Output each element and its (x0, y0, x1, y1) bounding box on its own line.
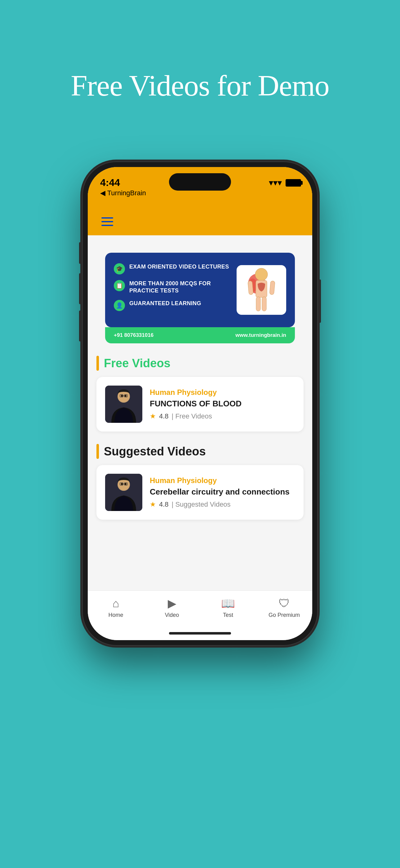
svg-point-4 (255, 268, 268, 281)
suggested-videos-section-header: Suggested Videos (96, 444, 304, 459)
free-video-info: Human Physiology FUNCTIONS OF BLOOD ★ 4.… (150, 388, 295, 420)
back-button[interactable]: ◀ TurningBrain (100, 189, 146, 197)
learning-icon: 👤 (114, 300, 125, 311)
status-bar: 4:44 ◀ TurningBrain ▾▾▾ (88, 167, 312, 204)
nav-item-premium[interactable]: 🛡 Go Premium (256, 597, 312, 618)
free-video-type: | Free Videos (172, 412, 212, 420)
svg-point-21 (121, 483, 123, 485)
test-icon: 📖 (221, 597, 235, 610)
free-video-title: FUNCTIONS OF BLOOD (150, 399, 295, 409)
banner-footer: +91 8076331016 www.turningbrain.in (105, 327, 295, 343)
page-title: Free Videos for Demo (0, 68, 400, 103)
dynamic-island (169, 173, 231, 191)
free-video-card[interactable]: Human Physiology FUNCTIONS OF BLOOD ★ 4.… (96, 377, 304, 432)
nav-label-test: Test (223, 612, 233, 618)
status-right: ▾▾▾ (269, 178, 301, 188)
power-button (319, 279, 321, 323)
free-video-subject: Human Physiology (150, 388, 295, 397)
nav-item-home[interactable]: ⌂ Home (88, 597, 144, 618)
hamburger-line-1 (101, 217, 113, 219)
banner-text-3: GUARANTEED LEARNING (129, 300, 201, 307)
suggested-videos-bar (96, 444, 99, 459)
banner-phone: +91 8076331016 (114, 332, 154, 338)
suggested-videos-title: Suggested Videos (104, 445, 206, 458)
free-videos-section-header: Free Videos (96, 356, 304, 371)
suggested-video-rating: 4.8 (159, 500, 169, 508)
promo-banner-container: 🎓 EXAM ORIENTED VIDEO LECTURES 📋 MORE TH… (96, 244, 304, 343)
free-videos-bar (96, 356, 99, 371)
suggested-video-info: Human Physiology Cerebellar circuitry an… (150, 476, 295, 508)
free-video-meta: ★ 4.8 | Free Videos (150, 412, 295, 420)
home-bar (169, 632, 231, 634)
mute-button (79, 242, 81, 264)
premium-icon: 🛡 (279, 597, 290, 610)
banner-web: www.turningbrain.in (235, 332, 286, 338)
nav-item-video[interactable]: ▶ Video (144, 597, 200, 618)
nav-label-premium: Go Premium (269, 612, 300, 618)
volume-up-button (79, 273, 81, 304)
banner-item-1: 🎓 EXAM ORIENTED VIDEO LECTURES (114, 263, 233, 274)
suggested-video-star: ★ (150, 500, 156, 508)
suggested-video-subject: Human Physiology (150, 476, 295, 485)
phone-container: 4:44 ◀ TurningBrain ▾▾▾ (82, 161, 318, 646)
body-svg (240, 267, 283, 313)
mcq-icon: 📋 (114, 280, 125, 291)
free-video-avatar (105, 385, 142, 423)
volume-down-button (79, 310, 81, 341)
svg-point-14 (125, 395, 127, 397)
svg-point-22 (125, 483, 127, 485)
suggested-video-type: | Suggested Videos (172, 500, 231, 508)
instructor-avatar-1 (105, 385, 142, 423)
svg-point-13 (121, 395, 123, 397)
video-icon: ▶ (168, 597, 176, 610)
nav-label-video: Video (165, 612, 179, 618)
banner-item-2: 📋 MORE THAN 2000 MCQS FOR PRACTICE TESTS (114, 280, 233, 294)
banner-item-3: 👤 GUARANTEED LEARNING (114, 300, 233, 311)
free-videos-title: Free Videos (104, 357, 171, 370)
suggested-video-title: Cerebellar circuitry and connections (150, 487, 295, 497)
svg-rect-9 (262, 297, 266, 311)
battery-icon (286, 179, 301, 187)
phone-screen: 4:44 ◀ TurningBrain ▾▾▾ (88, 167, 312, 640)
nav-label-home: Home (108, 612, 123, 618)
free-video-star: ★ (150, 412, 156, 420)
exam-icon: 🎓 (114, 263, 125, 274)
hamburger-line-2 (101, 221, 113, 222)
wifi-icon: ▾▾▾ (269, 178, 282, 188)
banner-content: 🎓 EXAM ORIENTED VIDEO LECTURES 📋 MORE TH… (114, 263, 233, 317)
hamburger-line-3 (101, 225, 113, 226)
body-illustration (237, 265, 286, 315)
banner-text-2: MORE THAN 2000 MCQS FOR PRACTICE TESTS (129, 280, 233, 294)
suggested-video-meta: ★ 4.8 | Suggested Videos (150, 500, 295, 508)
suggested-video-avatar (105, 474, 142, 511)
scroll-content: 🎓 EXAM ORIENTED VIDEO LECTURES 📋 MORE TH… (88, 235, 312, 590)
free-video-rating: 4.8 (159, 412, 169, 420)
home-icon: ⌂ (112, 597, 120, 610)
promo-banner: 🎓 EXAM ORIENTED VIDEO LECTURES 📋 MORE TH… (105, 253, 295, 327)
svg-rect-8 (256, 297, 261, 311)
suggested-video-card[interactable]: Human Physiology Cerebellar circuitry an… (96, 465, 304, 520)
status-time: 4:44 (100, 177, 146, 188)
instructor-avatar-2 (105, 474, 142, 511)
banner-text-1: EXAM ORIENTED VIDEO LECTURES (129, 263, 229, 270)
hamburger-menu[interactable] (101, 217, 113, 226)
app-header: 4:44 ◀ TurningBrain ▾▾▾ (88, 167, 312, 235)
nav-item-test[interactable]: 📖 Test (200, 597, 256, 618)
status-left: 4:44 ◀ TurningBrain (100, 177, 146, 197)
